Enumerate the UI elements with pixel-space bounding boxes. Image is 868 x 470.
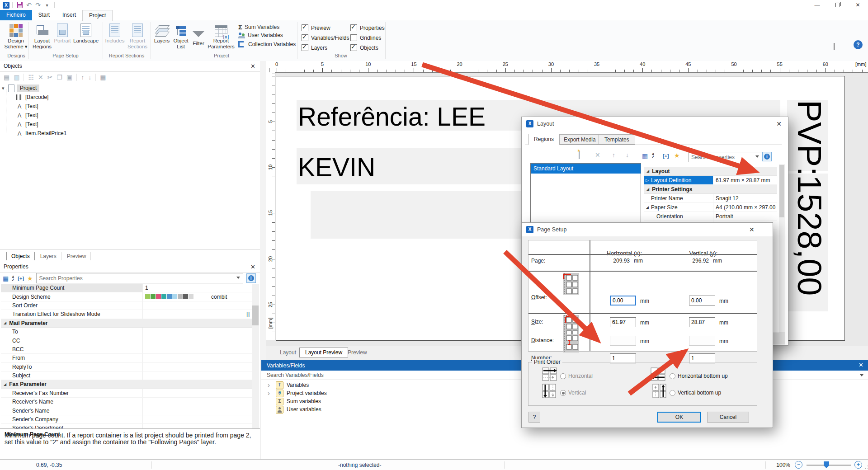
info-button[interactable]: i	[246, 273, 256, 283]
tab-templates[interactable]: Templates	[599, 134, 635, 145]
filter-button[interactable]: Filter	[192, 22, 205, 47]
property-value[interactable]	[143, 354, 252, 362]
layout-regions-button[interactable]: Layout Regions	[30, 22, 54, 50]
info-button[interactable]: i	[762, 152, 772, 161]
price-label-text[interactable]: PVP:	[789, 100, 830, 176]
close-page-setup-button[interactable]: ✕	[749, 226, 755, 233]
tree-item--text-[interactable]: A[Text]	[0, 111, 260, 120]
property-group-row[interactable]: ◢Layout	[644, 167, 777, 176]
property-group-row[interactable]: ◢Mail Parameter	[1, 319, 252, 328]
property-row[interactable]: Receiver's Fax Number	[1, 389, 252, 398]
property-row[interactable]: Receiver's Name	[1, 398, 252, 406]
property-row[interactable]: Transition Effect for Slideshow Mode[]	[1, 310, 252, 319]
group-expander-icon[interactable]: ◢	[646, 169, 649, 173]
expander-icon[interactable]: ›	[268, 382, 275, 388]
property-row[interactable]: CC	[1, 336, 252, 345]
checkbox-preview[interactable]: Preview	[302, 24, 330, 31]
tab-start[interactable]: Start	[32, 10, 56, 20]
customize-quick-access-button[interactable]: ▾	[42, 1, 52, 9]
object-list-button[interactable]: Object List	[172, 22, 190, 50]
expand-all-icon[interactable]: [+]	[663, 153, 669, 159]
property-value[interactable]: []	[143, 310, 252, 318]
move-down-icon[interactable]: ↓	[88, 74, 91, 81]
expander-icon[interactable]: ›	[268, 390, 275, 396]
save-button[interactable]	[15, 1, 24, 9]
offset-y-input[interactable]	[689, 296, 715, 306]
search-properties-input[interactable]: Search Properties	[688, 152, 762, 162]
report-parameters-button[interactable]: Report Parameters	[207, 22, 235, 50]
collection-variables-button[interactable]: Collection Variables	[238, 41, 296, 47]
radio-horizontal-bottom-up-label[interactable]: Horizontal bottom up	[678, 373, 728, 379]
region-up-icon[interactable]: ↑	[612, 151, 615, 159]
property-value[interactable]	[143, 389, 252, 397]
new-region-button[interactable]	[579, 151, 580, 159]
close-variables-panel-icon[interactable]: ✕	[859, 362, 863, 368]
report-sections-button[interactable]: Report Sections	[127, 22, 148, 50]
tab-regions[interactable]: Regions	[528, 134, 560, 145]
user-variables-button[interactable]: User Variables	[238, 32, 283, 38]
favorites-icon[interactable]: ★	[674, 152, 680, 159]
property-row[interactable]: BCC	[1, 345, 252, 354]
tab-layout-preview[interactable]: Layout Preview	[299, 348, 348, 357]
panel-splitter[interactable]	[260, 61, 266, 360]
tab-insert[interactable]: Insert	[56, 10, 82, 20]
expander-icon[interactable]: ▾	[2, 85, 8, 91]
offset-x-input[interactable]	[610, 296, 636, 306]
tab-layers[interactable]: Layers	[36, 252, 61, 260]
property-row[interactable]: Sort Order	[1, 301, 252, 310]
tab-project[interactable]: Project	[82, 10, 113, 21]
property-value[interactable]: Snagit 12	[713, 194, 777, 202]
tree-item--barcode-[interactable]: [Barcode]	[0, 93, 260, 102]
layout-dialog-titlebar[interactable]: X Layout	[522, 117, 788, 131]
zoom-in-button[interactable]: +	[854, 461, 862, 469]
name-text[interactable]: KEVIN	[298, 152, 375, 182]
group-expander-icon[interactable]: ◢	[4, 321, 6, 325]
checkbox-gridlines[interactable]: Gridlines	[350, 34, 381, 41]
cut-icon[interactable]: ✂	[47, 74, 53, 81]
property-value[interactable]	[143, 301, 252, 310]
tab-layout[interactable]: Layout	[274, 348, 302, 357]
tab-export-media[interactable]: Export Media	[558, 134, 602, 145]
property-row[interactable]: ◢Paper SizeA4 (210.00 mm × 297.00 ...	[644, 203, 777, 212]
reference-text[interactable]: Referência: LEE	[298, 102, 486, 132]
property-group-row[interactable]: ◢Fax Parameter	[1, 380, 252, 389]
layers-button[interactable]: Layers	[154, 22, 170, 44]
categorized-view-icon[interactable]: ▦	[3, 275, 9, 282]
checkbox-objects[interactable]: Objects	[350, 44, 378, 51]
empty-text-object[interactable]	[311, 191, 521, 239]
close-button[interactable]: ✕	[848, 0, 868, 10]
resize-grip[interactable]	[865, 468, 866, 469]
price-value-text[interactable]: 1528,00	[789, 175, 830, 296]
portrait-button[interactable]: Portrait	[52, 22, 72, 44]
tree-item-item-retailprice1[interactable]: AItem.RetailPrice1	[0, 129, 260, 138]
new-table-icon[interactable]: ▤	[4, 74, 9, 81]
zoom-slider-thumb[interactable]	[824, 461, 829, 468]
tree-item-project[interactable]: ▾Project	[0, 84, 260, 93]
properties-icon[interactable]: ☷	[28, 74, 34, 81]
help-button[interactable]: ?	[528, 412, 540, 423]
redo-button[interactable]: ↷	[33, 1, 42, 9]
landscape-button[interactable]: Landscape	[73, 22, 99, 44]
expand-all-icon[interactable]: [+]	[18, 276, 24, 281]
move-up-icon[interactable]: ↑	[81, 74, 84, 81]
ok-button[interactable]: OK	[657, 412, 701, 423]
page-setup-titlebar[interactable]: X Page Setup	[522, 223, 773, 236]
property-value[interactable]: 61.97 mm × 28.87 mm	[713, 176, 777, 184]
property-row[interactable]: From	[1, 354, 252, 362]
sum-variables-button[interactable]: Σ Sum Variables	[238, 23, 279, 31]
sort-az-icon[interactable]: AZ↓	[12, 275, 14, 282]
property-row[interactable]: To	[1, 328, 252, 336]
group-expander-icon[interactable]: ◢	[4, 382, 6, 386]
property-value[interactable]: 1	[143, 284, 252, 292]
property-row[interactable]: ▷Layout Definition61.97 mm × 28.87 mm	[644, 176, 777, 185]
tree-item--text-[interactable]: A[Text]	[0, 102, 260, 111]
tab-preview-view[interactable]: Preview	[342, 348, 373, 357]
categorized-view-icon[interactable]: ▦	[642, 152, 648, 160]
search-properties-input[interactable]: Search Properties	[36, 273, 243, 283]
paste-icon[interactable]: ▣	[66, 74, 72, 81]
collapse-ribbon-button[interactable]	[834, 44, 835, 50]
property-row[interactable]: OrientationPortrait	[644, 212, 777, 221]
close-objects-panel-icon[interactable]: ✕	[250, 63, 255, 70]
includes-button[interactable]: Includes	[105, 22, 125, 44]
new-table-append-icon[interactable]: ▥	[14, 74, 19, 81]
